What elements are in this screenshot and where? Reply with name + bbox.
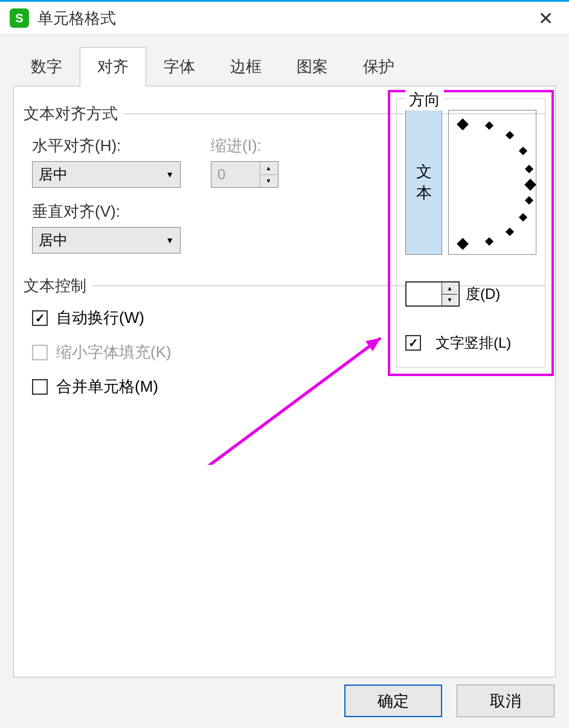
- degree-label: 度(D): [466, 284, 500, 304]
- arc-point-icon: [485, 237, 493, 246]
- merge-cells-label: 合并单元格(M): [56, 376, 158, 397]
- arc-point-icon: [506, 131, 514, 139]
- alignment-panel: 文本对齐方式 水平对齐(H): 居中 缩进(I): ▲ ▼: [13, 86, 556, 677]
- arc-point-icon: [525, 196, 533, 205]
- cancel-button[interactable]: 取消: [457, 685, 555, 717]
- content-area: 数字 对齐 字体 边框 图案 保护 文本对齐方式 水平对齐(H): 居中 缩进(…: [0, 35, 569, 728]
- text-control-label: 文本控制: [24, 275, 86, 296]
- degree-spinner[interactable]: ▲ ▼: [405, 281, 460, 307]
- tab-font[interactable]: 字体: [146, 47, 213, 86]
- shrink-fit-checkbox: [32, 345, 48, 360]
- vertical-text-sample-box[interactable]: 文 本: [405, 110, 442, 255]
- shrink-fit-label: 缩小字体填充(K): [56, 342, 172, 363]
- tab-border[interactable]: 边框: [213, 47, 279, 86]
- degree-up-icon[interactable]: ▲: [442, 283, 457, 295]
- horizontal-align-value: 居中: [39, 165, 68, 184]
- degree-input[interactable]: [407, 283, 442, 305]
- orientation-preview: 文 本: [405, 110, 536, 255]
- merge-cells-row: 合并单元格(M): [32, 376, 545, 397]
- orientation-fieldset: 方向 文 本: [396, 98, 545, 368]
- ok-button[interactable]: 确定: [344, 685, 442, 717]
- arc-point-icon: [519, 213, 527, 222]
- indent-input[interactable]: [211, 162, 260, 187]
- arc-point-icon: [519, 147, 527, 155]
- vertical-text-char-2: 本: [416, 182, 432, 203]
- indent-spinner[interactable]: ▲ ▼: [211, 161, 278, 188]
- degree-down-icon[interactable]: ▼: [442, 295, 457, 306]
- tab-pattern[interactable]: 图案: [279, 47, 346, 86]
- orientation-highlight: 方向 文 本: [388, 90, 554, 376]
- wrap-text-checkbox[interactable]: [32, 310, 48, 326]
- indent-label: 缩进(I):: [211, 135, 278, 156]
- horizontal-align-select[interactable]: 居中: [32, 161, 181, 188]
- dialog-buttons: 确定 取消: [344, 685, 555, 717]
- vertical-align-value: 居中: [39, 231, 68, 250]
- merge-cells-checkbox[interactable]: [32, 379, 48, 395]
- vertical-layout-row: 文字竖排(L): [405, 333, 536, 353]
- app-icon: S: [10, 8, 29, 28]
- degree-row: ▲ ▼ 度(D): [405, 281, 536, 307]
- arc-point-icon: [524, 179, 536, 191]
- orientation-legend: 方向: [405, 89, 444, 110]
- text-align-label: 文本对齐方式: [24, 103, 118, 124]
- wrap-text-label: 自动换行(W): [56, 307, 144, 328]
- orientation-arc[interactable]: [448, 110, 536, 255]
- arc-point-icon: [485, 121, 493, 130]
- indent-down-icon[interactable]: ▼: [260, 175, 277, 188]
- titlebar: S 单元格格式 ✕: [0, 0, 569, 35]
- tab-alignment[interactable]: 对齐: [80, 47, 146, 86]
- horizontal-align-label: 水平对齐(H):: [32, 135, 181, 156]
- close-icon[interactable]: ✕: [532, 5, 559, 31]
- tab-number[interactable]: 数字: [13, 47, 80, 86]
- arc-point-icon: [457, 118, 469, 130]
- tab-protection[interactable]: 保护: [346, 47, 412, 86]
- arc-point-icon: [525, 165, 533, 173]
- window-title: 单元格格式: [37, 8, 116, 29]
- vertical-text-char-1: 文: [416, 161, 432, 182]
- indent-up-icon[interactable]: ▲: [260, 162, 277, 175]
- tab-bar: 数字 对齐 字体 边框 图案 保护: [13, 47, 569, 86]
- vertical-layout-label: 文字竖排(L): [436, 333, 511, 353]
- vertical-align-select[interactable]: 居中: [32, 227, 181, 254]
- vertical-layout-checkbox[interactable]: [405, 335, 421, 351]
- arc-point-icon: [457, 238, 469, 250]
- arc-point-icon: [506, 228, 514, 236]
